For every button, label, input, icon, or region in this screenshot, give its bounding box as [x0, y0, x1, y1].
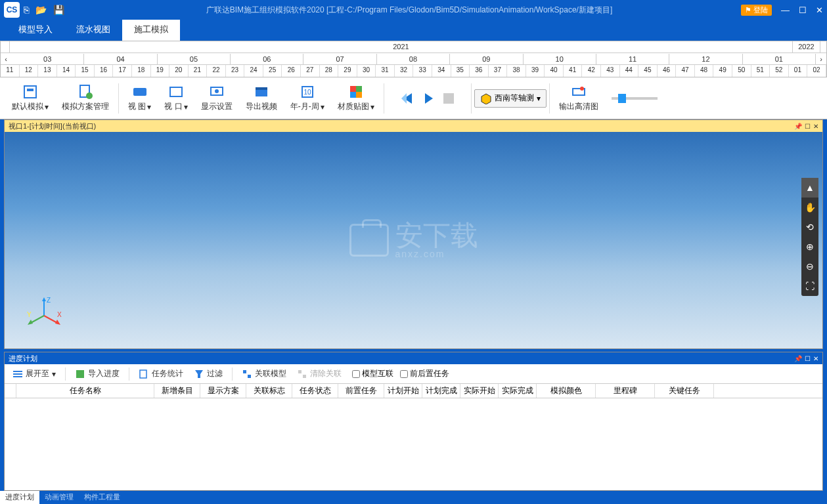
open-icon[interactable]: 📂 [35, 5, 47, 15]
zoom-in-icon[interactable]: ⊕ [801, 237, 818, 257]
column-header[interactable]: 关键任务 [655, 384, 714, 398]
minimize-button[interactable]: — [781, 5, 790, 15]
tab-simulation[interactable]: 施工模拟 [122, 20, 180, 41]
timeline-week[interactable]: 31 [376, 65, 395, 77]
timeline-week[interactable]: 16 [95, 65, 114, 77]
tab-model-import[interactable]: 模型导入 [7, 20, 64, 41]
timeline-week[interactable]: 52 [770, 65, 789, 77]
output-hd-button[interactable]: 输出高清图 [552, 80, 605, 117]
timeline-week[interactable]: 17 [113, 65, 132, 77]
timeline-week[interactable]: 48 [695, 65, 714, 77]
timeline-week[interactable]: 36 [470, 65, 489, 77]
export-video-button[interactable]: 导出视频 [239, 80, 284, 117]
timeline-month[interactable]: 08 [377, 54, 450, 64]
column-header[interactable]: 计划开始 [384, 384, 422, 398]
tab-animation[interactable]: 动画管理 [39, 491, 79, 504]
expand-to-button[interactable]: 展开至▾ [9, 367, 60, 381]
timeline-week[interactable]: 37 [489, 65, 508, 77]
column-header[interactable]: 实际完成 [499, 384, 537, 398]
maximize-panel-icon[interactable]: ☐ [805, 355, 811, 362]
task-stats-button[interactable]: 任务统计 [135, 367, 187, 381]
sim-plan-mgmt-button[interactable]: 模拟方案管理 [55, 80, 116, 117]
column-header[interactable]: 显示方案 [200, 384, 246, 398]
timeline-week[interactable]: 34 [432, 65, 451, 77]
prepost-task-checkbox[interactable]: 前后置任务 [400, 368, 449, 379]
timeline-week[interactable]: 28 [320, 65, 339, 77]
column-header[interactable]: 里程碑 [596, 384, 655, 398]
timeline-week[interactable]: 21 [189, 65, 208, 77]
zoom-slider[interactable] [612, 97, 658, 100]
timeline-week[interactable]: 29 [338, 65, 357, 77]
timeline-week[interactable]: 35 [451, 65, 470, 77]
timeline-week[interactable]: 01 [789, 65, 808, 77]
timeline-week[interactable]: 13 [38, 65, 57, 77]
view-orientation-select[interactable]: 西南等轴测▾ [474, 89, 547, 108]
close-panel-icon[interactable]: ✕ [813, 355, 818, 362]
model-link-checkbox[interactable]: 模型互联 [352, 368, 393, 379]
timeline-month[interactable]: 01 [743, 54, 816, 64]
timeline-week[interactable]: 32 [395, 65, 414, 77]
display-settings-button[interactable]: 显示设置 [194, 80, 239, 117]
timeline-week[interactable]: 41 [564, 65, 583, 77]
view-button[interactable]: 视 图▾ [122, 80, 158, 117]
timeline-week[interactable]: 40 [545, 65, 564, 77]
timeline-week[interactable]: 51 [751, 65, 771, 77]
play-forward-button[interactable] [421, 91, 437, 106]
timeline-week[interactable]: 27 [301, 65, 320, 77]
column-header[interactable]: 模拟颜色 [537, 384, 596, 398]
timeline-month[interactable]: 09 [450, 54, 523, 64]
timeline-week[interactable]: 14 [57, 65, 76, 77]
timeline-month[interactable]: 07 [303, 54, 376, 64]
timeline-week[interactable]: 19 [151, 65, 170, 77]
timeline-month[interactable]: 06 [231, 54, 303, 64]
clear-link-button[interactable]: 清除关联 [293, 367, 346, 381]
timeline-week[interactable]: 24 [244, 65, 263, 77]
timeline-month[interactable]: 03 [11, 54, 84, 64]
timeline-week[interactable]: 38 [507, 65, 526, 77]
timeline-week[interactable]: 46 [658, 65, 677, 77]
pan-tool-icon[interactable]: ✋ [801, 198, 818, 217]
timeline-week[interactable]: 25 [263, 65, 282, 77]
link-model-button[interactable]: 关联模型 [238, 367, 290, 381]
maximize-panel-icon[interactable]: ☐ [805, 123, 811, 130]
new-icon[interactable]: ⎘ [24, 5, 29, 15]
timeline-week[interactable]: 44 [620, 65, 639, 77]
save-icon[interactable]: 💾 [53, 5, 64, 15]
play-back-button[interactable] [400, 91, 416, 106]
timeline-week[interactable]: 18 [132, 65, 151, 77]
maximize-button[interactable]: ☐ [799, 5, 807, 15]
close-panel-icon[interactable]: ✕ [813, 123, 818, 130]
timeline-week[interactable]: 50 [732, 65, 751, 77]
import-schedule-button[interactable]: 导入进度 [71, 367, 123, 381]
timeline-week[interactable]: 45 [638, 65, 658, 77]
filter-button[interactable]: 过滤 [190, 367, 227, 381]
timeline-week[interactable]: 47 [676, 65, 695, 77]
timeline-week[interactable]: 43 [601, 65, 620, 77]
column-header[interactable] [5, 384, 16, 398]
tab-flow-view[interactable]: 流水视图 [64, 20, 122, 41]
timeline-week[interactable]: 39 [526, 65, 545, 77]
timeline-week[interactable]: 20 [169, 65, 189, 77]
zoom-region-icon[interactable]: ⛶ [801, 276, 818, 296]
zoom-out-icon[interactable]: ⊖ [801, 257, 818, 276]
column-header[interactable]: 实际开始 [460, 384, 499, 398]
timeline-week[interactable]: 49 [713, 65, 732, 77]
column-header[interactable]: 新增条目 [154, 384, 200, 398]
timeline-week[interactable]: 30 [357, 65, 376, 77]
grid-body[interactable] [5, 398, 822, 490]
timeline-month[interactable]: 05 [158, 54, 231, 64]
timeline-week[interactable]: 42 [582, 65, 601, 77]
timeline-month[interactable]: 11 [596, 54, 669, 64]
timeline-next-icon[interactable]: › [816, 54, 826, 64]
timeline-week[interactable]: 26 [282, 65, 301, 77]
stop-button[interactable] [442, 92, 455, 105]
column-header[interactable]: 任务名称 [16, 384, 154, 398]
timeline-month[interactable]: 04 [84, 54, 157, 64]
select-tool-icon[interactable]: ▲ [801, 178, 818, 198]
time-scale-button[interactable]: 10 年-月-周▾ [284, 80, 331, 117]
viewport-3d[interactable]: 安下载 anxz.com Z X Y ▲ ✋ ⟲ ⊕ ⊖ ⛶ [5, 132, 822, 348]
tab-quantities[interactable]: 构件工程量 [79, 491, 125, 504]
timeline-week[interactable]: 02 [807, 65, 826, 77]
timeline-week[interactable]: 11 [1, 65, 20, 77]
column-header[interactable]: 关联标志 [246, 384, 292, 398]
